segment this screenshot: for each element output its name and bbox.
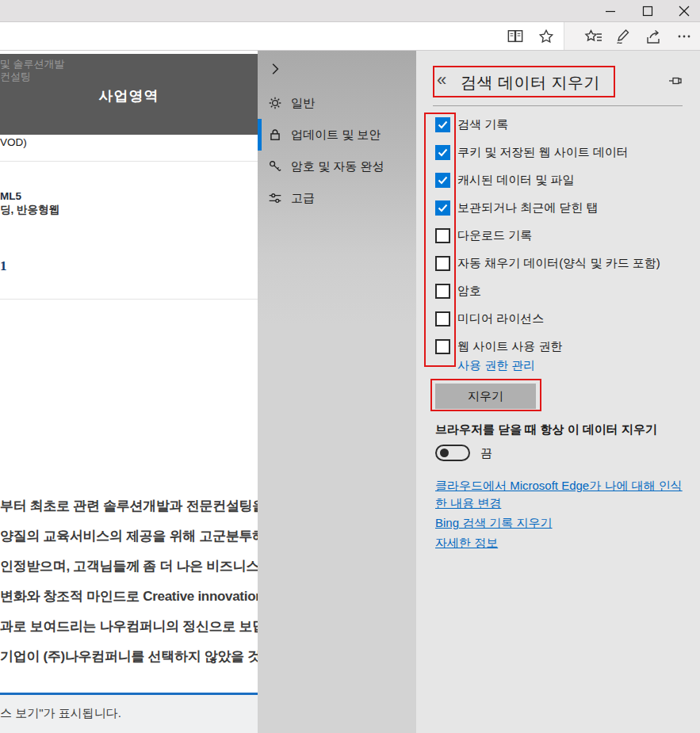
title-bar bbox=[0, 0, 700, 22]
checkbox-unchecked[interactable] bbox=[435, 228, 450, 243]
checkbox-label: 다운로드 기록 bbox=[457, 228, 532, 243]
menu-item-label: 고급 bbox=[291, 191, 315, 206]
star-icon bbox=[537, 28, 555, 45]
checkbox-checked[interactable] bbox=[435, 117, 450, 132]
settings-menu-item-1[interactable]: 업데이트 및 보안 bbox=[258, 119, 416, 151]
panel-link-1[interactable]: Bing 검색 기록 지우기 bbox=[435, 514, 690, 532]
pin-icon bbox=[668, 74, 684, 87]
page-paragraphs: 부터 최초로 관련 솔루션개발과 전문컨설팅을 시작양질의 교육서비스의 제공을… bbox=[0, 491, 258, 672]
checkbox-checked[interactable] bbox=[435, 173, 450, 188]
share-button[interactable] bbox=[644, 27, 664, 46]
add-favorite-button[interactable] bbox=[537, 28, 556, 45]
checkbox-label: 보관되거나 최근에 닫힌 탭 bbox=[457, 200, 599, 216]
page-section-title: 사업영역 bbox=[0, 86, 258, 105]
checkbox-row-2: 캐시된 데이터 및 파일 bbox=[435, 166, 660, 194]
lock-icon bbox=[268, 128, 282, 142]
settings-menu-item-2[interactable]: 암호 및 자동 완성 bbox=[258, 151, 416, 182]
toggle-knob bbox=[440, 449, 449, 457]
address-bar[interactable] bbox=[0, 22, 564, 50]
close-icon bbox=[679, 6, 690, 17]
back-chevrons-icon[interactable]: « bbox=[437, 70, 446, 90]
checkbox-row-4: 다운로드 기록 bbox=[435, 222, 660, 250]
menu-item-label: 일반 bbox=[291, 96, 315, 111]
close-button[interactable] bbox=[671, 0, 698, 22]
checkbox-row-6: 암호 bbox=[435, 277, 660, 305]
page-paragraph-line-0: 부터 최초로 관련 솔루션개발과 전문컨설팅을 시작 bbox=[0, 491, 258, 521]
clear-button[interactable]: 지우기 bbox=[435, 384, 536, 409]
collapse-menu-button[interactable] bbox=[268, 62, 284, 78]
checkbox-label: 쿠키 및 저장된 웹 사이트 데이터 bbox=[457, 145, 629, 160]
panel-link-0[interactable]: 클라우드에서 Microsoft Edge가 나에 대해 인식한 내용 변경 bbox=[435, 477, 690, 512]
checkbox-unchecked[interactable] bbox=[435, 311, 450, 326]
page-row-number: 1 bbox=[0, 258, 7, 274]
menu-item-label: 암호 및 자동 완성 bbox=[291, 159, 384, 174]
checkbox-label: 암호 bbox=[457, 284, 481, 299]
page-footer: 스 보기"가 표시됩니다. bbox=[0, 695, 258, 733]
checkbox-row-8: 웹 사이트 사용 권한 bbox=[435, 333, 660, 361]
more-options-button[interactable] bbox=[674, 27, 694, 46]
share-icon bbox=[645, 28, 664, 45]
panel-title: 검색 데이터 지우기 bbox=[461, 72, 600, 94]
checkbox-label: 미디어 라이선스 bbox=[457, 311, 544, 326]
browser-toolbar bbox=[0, 22, 700, 51]
page-row-coding: 딩, 반응형웹 bbox=[0, 203, 59, 217]
checkbox-label: 웹 사이트 사용 권한 bbox=[457, 339, 563, 354]
checkbox-row-0: 검색 기록 bbox=[435, 111, 660, 139]
checkbox-row-1: 쿠키 및 저장된 웹 사이트 데이터 bbox=[435, 139, 660, 166]
checkbox-checked[interactable] bbox=[435, 145, 450, 160]
panel-link-2[interactable]: 자세한 정보 bbox=[435, 534, 690, 552]
always-clear-label: 브라우저를 닫을 때 항상 이 데이터 지우기 bbox=[435, 422, 657, 437]
checkbox-checked[interactable] bbox=[435, 200, 450, 216]
page-divider bbox=[0, 299, 258, 300]
always-clear-toggle[interactable] bbox=[435, 445, 470, 461]
page-paragraph-line-3: 변화와 창조적 마인드로 Creative innovation을 bbox=[0, 582, 258, 612]
book-icon bbox=[507, 29, 524, 44]
maximize-button[interactable] bbox=[634, 0, 661, 22]
checkbox-label: 자동 채우기 데이터(양식 및 카드 포함) bbox=[457, 256, 660, 271]
pin-panel-button[interactable] bbox=[668, 74, 684, 87]
page-row-vod: VOD) bbox=[0, 136, 27, 148]
page-paragraph-line-2: 인정받으며, 고객님들께 좀 더 나은 비즈니스 환경 bbox=[0, 552, 258, 582]
reading-view-button[interactable] bbox=[506, 28, 525, 45]
key-icon bbox=[268, 159, 282, 174]
menu-item-label: 업데이트 및 보안 bbox=[291, 128, 381, 143]
background-webpage: 및 솔루션개발 컨설팅 사업영역 VOD) ML5 딩, 반응형웹 1 부터 최… bbox=[0, 51, 258, 733]
ellipsis-icon bbox=[675, 28, 694, 45]
gear-icon bbox=[268, 96, 282, 110]
page-footer-text: 스 보기"가 표시됩니다. bbox=[0, 706, 121, 721]
panel-divider bbox=[433, 105, 683, 106]
page-paragraph-line-1: 양질의 교육서비스의 제공을 위해 고군분투해 왔 bbox=[0, 521, 258, 552]
checkbox-unchecked[interactable] bbox=[435, 339, 450, 354]
page-row-ml5: ML5 bbox=[0, 190, 21, 202]
minimize-button[interactable] bbox=[597, 0, 624, 22]
maximize-icon bbox=[642, 6, 653, 17]
checkbox-row-7: 미디어 라이선스 bbox=[435, 305, 660, 333]
chevron-right-icon bbox=[268, 62, 282, 76]
checkbox-row-5: 자동 채우기 데이터(양식 및 카드 포함) bbox=[435, 250, 660, 277]
page-divider bbox=[0, 161, 258, 162]
page-paragraph-line-5: 기업이 (주)나우컴퍼니를 선택하지 않았을 것입니 bbox=[0, 642, 258, 672]
minimize-icon bbox=[605, 6, 616, 17]
edge-browser-window: 및 솔루션개발 컨설팅 사업영역 VOD) ML5 딩, 반응형웹 1 부터 최… bbox=[0, 0, 700, 733]
panel-links: 클라우드에서 Microsoft Edge가 나에 대해 인식한 내용 변경Bi… bbox=[435, 477, 690, 552]
clear-data-checkbox-list: 검색 기록쿠키 및 저장된 웹 사이트 데이터캐시된 데이터 및 파일보관되거나… bbox=[435, 111, 660, 361]
checkbox-unchecked[interactable] bbox=[435, 284, 450, 299]
page-dim-text-2: 컨설팅 bbox=[0, 70, 31, 84]
page-business-header: 및 솔루션개발 컨설팅 사업영역 bbox=[0, 54, 258, 135]
hub-star-icon bbox=[584, 28, 603, 45]
pen-icon bbox=[614, 28, 633, 45]
checkbox-label: 캐시된 데이터 및 파일 bbox=[457, 173, 575, 188]
page-paragraph-line-4: 과로 보여드리는 나우컴퍼니의 정신으로 보답하겠 bbox=[0, 612, 258, 642]
clear-browsing-data-panel: « 검색 데이터 지우기 검색 기록쿠키 및 저장된 웹 사이트 데이터캐시된 … bbox=[416, 51, 700, 733]
settings-menu-item-0[interactable]: 일반 bbox=[258, 87, 416, 119]
toggle-state-label: 끔 bbox=[480, 446, 492, 461]
sliders-icon bbox=[268, 191, 282, 205]
settings-menu-panel: 일반업데이트 및 보안암호 및 자동 완성고급 bbox=[258, 51, 416, 733]
annotate-button[interactable] bbox=[614, 27, 634, 46]
settings-menu-list: 일반업데이트 및 보안암호 및 자동 완성고급 bbox=[258, 87, 416, 214]
hub-favorites-button[interactable] bbox=[583, 27, 604, 46]
checkbox-row-3: 보관되거나 최근에 닫힌 탭 bbox=[435, 194, 660, 222]
settings-menu-item-3[interactable]: 고급 bbox=[258, 182, 416, 214]
checkbox-unchecked[interactable] bbox=[435, 256, 450, 271]
manage-permissions-link[interactable]: 사용 권한 관리 bbox=[457, 358, 535, 373]
